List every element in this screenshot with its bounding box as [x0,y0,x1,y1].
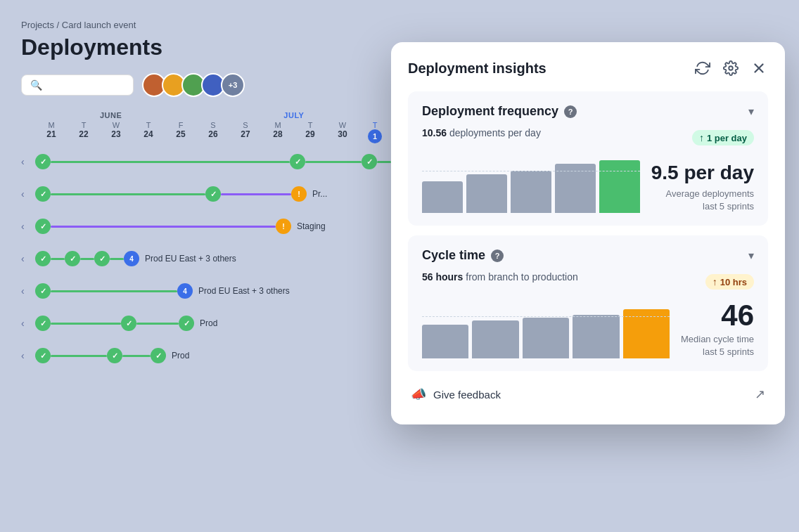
dot-4-2: ✓ [65,251,80,266]
feedback-text: Give feedback [433,389,501,401]
day-21: M 21 [35,121,68,143]
pipe-label-4: Prod EU East + 3 others [145,254,236,264]
close-button[interactable] [750,59,768,77]
day-25: F 25 [165,121,197,143]
chevron-icon-7[interactable]: ‹ [21,350,32,361]
metric-cycle-header-right: ▾ [748,249,754,262]
dot-7-2: ✓ [107,348,122,363]
pipe-label-7: Prod [172,351,189,361]
pipe-label-staging: Staging [297,221,326,231]
day-28: M 28 [262,121,294,143]
pipe-label-5: Prod EU East + 3 others [198,286,290,296]
deployment-frequency-card: Deployment frequency ? ▾ 10.56 deploymen… [408,91,768,226]
july-label: JULY [283,111,304,119]
cycle-big-number: 46 [681,301,754,330]
dot-2: ✓ [290,154,305,169]
external-link-icon[interactable]: ↗ [755,387,765,402]
freq-badge: ↑ 1 per day [692,130,754,145]
dot-7-3: ✓ [151,348,166,363]
dot-6-3: ✓ [179,316,194,331]
dot-4-1: ✓ [35,251,51,266]
dot-3: ✓ [362,154,377,169]
cycle-bar-4 [573,315,619,358]
day-26: S 26 [197,121,229,143]
chevron-icon-6[interactable]: ‹ [21,318,32,329]
freq-metric-content: 9.5 per day Average deploymentslast 5 sp… [422,157,754,213]
dot-2-2: ✓ [205,186,221,202]
metric-freq-header: Deployment frequency ? ▾ [422,104,754,119]
deployment-frequency-title: Deployment frequency [422,104,558,119]
day-30: W 30 [326,121,359,143]
dot-4-3: ✓ [94,251,110,266]
freq-subtitle: 10.56 deployments per day [422,127,541,138]
cycle-time-title: Cycle time [422,248,485,263]
cycle-chevron-icon[interactable]: ▾ [748,249,754,262]
dot-1: ✓ [35,154,51,169]
chevron-icon-2[interactable]: ‹ [21,188,32,200]
search-box[interactable]: 🔍 [21,74,134,96]
settings-button[interactable] [722,59,740,77]
cycle-big-label: Median cycle timelast 5 sprints [681,333,754,358]
metric-freq-header-right: ▾ [748,105,754,118]
panel-actions [693,59,768,77]
metric-cycle-header: Cycle time ? ▾ [422,248,754,263]
freq-big-label: Average deploymentslast 5 sprints [651,188,754,213]
freq-dashed-line [422,171,640,171]
dot-warning-2: ! [291,186,307,202]
freq-bar-5 [599,160,640,213]
cycle-bar-3 [523,318,569,358]
panel-title: Deployment insights [408,60,546,77]
day-22: T 22 [68,121,100,143]
feedback-left[interactable]: 📣 Give feedback [411,387,501,402]
avatar-count[interactable]: +3 [221,73,245,97]
day-29: T 29 [294,121,326,143]
cycle-metric-content: 46 Median cycle timelast 5 sprints [422,301,754,358]
breadcrumb: Projects / Card launch event [21,20,778,30]
cycle-subtitle: 56 hours from branch to production [422,271,578,283]
freq-chevron-icon[interactable]: ▾ [748,105,754,118]
freq-big-number: 9.5 per day [651,161,754,185]
panel-header: Deployment insights [408,59,768,77]
june-label: JUNE [100,111,122,119]
metric-freq-title-row: Deployment frequency ? [422,104,577,119]
chevron-icon-5[interactable]: ‹ [21,285,32,297]
cycle-chart [422,302,670,358]
cycle-dashed-line [422,316,670,317]
freq-big-stat: 9.5 per day Average deploymentslast 5 sp… [651,161,754,213]
dot-6-1: ✓ [35,316,51,331]
svg-point-0 [729,66,733,70]
dot-6-2: ✓ [121,316,136,331]
dot-count-5: 4 [177,283,193,299]
cycle-time-card: Cycle time ? ▾ 56 hours from branch to p… [408,235,768,371]
pipe-label-6: Prod [200,318,217,328]
freq-bar-1 [422,181,463,213]
search-icon: 🔍 [30,79,42,91]
dot-5-1: ✓ [35,283,51,299]
avatar-list: +3 [142,73,245,97]
metric-cycle-title-row: Cycle time ? [422,248,504,263]
cycle-badge: ↑ 10 hrs [705,274,754,290]
deployment-insights-panel: Deployment insights [391,42,785,424]
cycle-bar-1 [422,325,468,358]
refresh-button[interactable] [693,59,712,77]
dot-3-1: ✓ [35,219,51,234]
chevron-icon-4[interactable]: ‹ [21,253,32,264]
dot-warning-3: ! [276,219,291,234]
chevron-icon-1[interactable]: ‹ [21,156,32,167]
freq-bar-2 [466,174,507,213]
cycle-bar-2 [472,320,518,358]
feedback-icon: 📣 [411,387,426,402]
chevron-icon-3[interactable]: ‹ [21,221,32,232]
freq-info-icon[interactable]: ? [564,105,577,118]
pipe-label-2: Pr... [312,189,327,199]
cycle-info-icon[interactable]: ? [491,249,504,262]
feedback-row: 📣 Give feedback ↗ [408,381,768,408]
dot-7-1: ✓ [35,348,51,363]
day-1: T 1 [359,121,391,143]
freq-bar-3 [511,171,551,213]
day-24: T 24 [132,121,165,143]
dot-count-4b: 4 [124,251,139,266]
day-23: W 23 [100,121,132,143]
day-27: S 27 [229,121,262,143]
cycle-big-stat: 46 Median cycle timelast 5 sprints [681,301,754,358]
